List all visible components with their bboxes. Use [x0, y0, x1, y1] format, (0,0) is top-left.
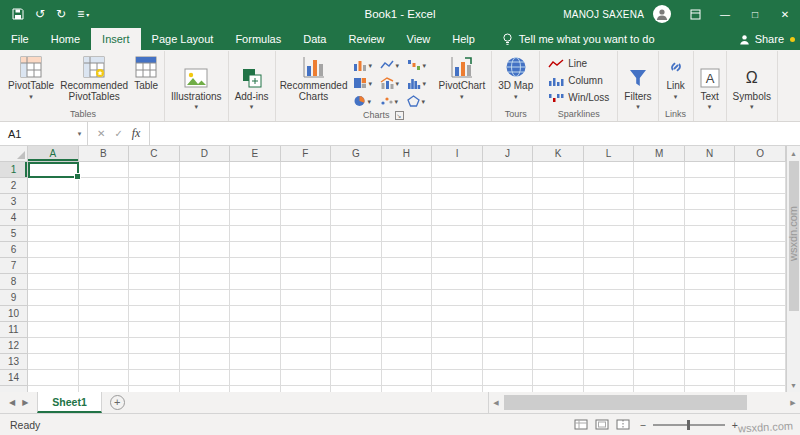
user-name[interactable]: MANOJ SAXENA [563, 9, 644, 20]
column-header-o[interactable]: O [735, 146, 786, 161]
grid-column[interactable] [382, 162, 433, 392]
scroll-right-icon[interactable]: ▶ [786, 399, 800, 407]
grid-column[interactable] [281, 162, 332, 392]
normal-view-icon[interactable] [574, 419, 588, 430]
tab-home[interactable]: Home [40, 28, 91, 50]
zoom-slider[interactable] [653, 424, 725, 426]
horizontal-scrollbar[interactable]: ◀ ▶ [488, 392, 800, 413]
name-box[interactable]: A1 [0, 122, 72, 145]
recommended-pivottables-button[interactable]: Recommended PivotTables [58, 52, 130, 108]
enter-check-icon[interactable]: ✓ [114, 128, 122, 139]
minimize-button[interactable]: — [710, 0, 740, 28]
row-header-3[interactable]: 3 [0, 194, 27, 210]
column-header-j[interactable]: J [483, 146, 534, 161]
page-break-preview-icon[interactable] [616, 419, 630, 430]
tell-me-box[interactable]: Tell me what you want to do [502, 28, 655, 50]
scroll-left-icon[interactable]: ◀ [489, 399, 503, 407]
sheet-nav-right-icon[interactable]: ▶ [22, 398, 28, 407]
insert-column-chart-button[interactable]: ▾ [352, 56, 379, 74]
text-button[interactable]: A Text ▾ [696, 63, 724, 111]
selected-cell-a1[interactable] [28, 162, 79, 178]
grid-column[interactable] [331, 162, 382, 392]
select-all-button[interactable] [0, 146, 28, 161]
tab-formulas[interactable]: Formulas [224, 28, 292, 50]
row-header-2[interactable]: 2 [0, 178, 27, 194]
zoom-out-button[interactable]: − [640, 419, 646, 431]
vertical-scrollbar[interactable]: ▲ ▼ [786, 146, 800, 392]
row-header-4[interactable]: 4 [0, 210, 27, 226]
insert-radar-chart-button[interactable]: ▾ [406, 92, 433, 110]
scroll-up-icon[interactable]: ▲ [790, 146, 797, 160]
table-button[interactable]: Table [130, 52, 162, 108]
close-button[interactable]: ✕ [770, 0, 800, 28]
grid-column[interactable] [432, 162, 483, 392]
column-header-b[interactable]: B [79, 146, 130, 161]
column-header-h[interactable]: H [382, 146, 433, 161]
insert-function-icon[interactable]: fx [132, 126, 141, 141]
grid-column[interactable] [79, 162, 130, 392]
new-sheet-button[interactable]: + [110, 395, 125, 410]
insert-pie-chart-button[interactable]: ▾ [352, 92, 379, 110]
grid-column[interactable] [483, 162, 534, 392]
maximize-button[interactable]: □ [740, 0, 770, 28]
symbols-button[interactable]: Ω Symbols ▾ [729, 63, 775, 111]
grid-column[interactable] [735, 162, 786, 392]
illustrations-button[interactable]: Illustrations ▾ [167, 63, 226, 111]
filters-button[interactable]: Filters ▾ [620, 63, 655, 111]
row-header-13[interactable]: 13 [0, 354, 27, 370]
row-header-7[interactable]: 7 [0, 258, 27, 274]
tab-page-layout[interactable]: Page Layout [141, 28, 225, 50]
customize-quick-access-icon[interactable]: ≡ ▾ [77, 7, 89, 21]
tab-insert[interactable]: Insert [91, 28, 141, 50]
column-header-e[interactable]: E [230, 146, 281, 161]
grid-column[interactable] [180, 162, 231, 392]
sheet-nav-left-icon[interactable]: ◀ [9, 398, 15, 407]
row-header-8[interactable]: 8 [0, 274, 27, 290]
row-header-1[interactable]: 1 [0, 162, 27, 178]
grid-column[interactable] [230, 162, 281, 392]
tab-help[interactable]: Help [441, 28, 486, 50]
redo-icon[interactable]: ↻ [56, 7, 66, 21]
undo-icon[interactable]: ↺ [35, 7, 45, 21]
row-header-9[interactable]: 9 [0, 290, 27, 306]
row-header-14[interactable]: 14 [0, 370, 27, 386]
tab-view[interactable]: View [396, 28, 442, 50]
grid-column[interactable] [533, 162, 584, 392]
formula-input[interactable] [150, 122, 800, 145]
charts-dialog-launcher-icon[interactable]: ↘ [395, 111, 404, 120]
horizontal-scroll-thumb[interactable] [504, 395, 747, 410]
insert-waterfall-chart-button[interactable]: ▾ [406, 56, 433, 74]
column-header-g[interactable]: G [331, 146, 382, 161]
column-header-k[interactable]: K [533, 146, 584, 161]
ribbon-display-options-icon[interactable] [680, 0, 710, 28]
column-header-l[interactable]: L [584, 146, 635, 161]
column-header-d[interactable]: D [180, 146, 231, 161]
pivottable-button[interactable]: PivotTable ▾ [4, 52, 58, 108]
grid-column[interactable] [28, 162, 79, 392]
insert-combo-chart-button[interactable]: ▾ [379, 74, 406, 92]
grid-column[interactable] [584, 162, 635, 392]
insert-line-chart-button[interactable]: ▾ [379, 56, 406, 74]
row-header-11[interactable]: 11 [0, 322, 27, 338]
insert-hierarchy-chart-button[interactable]: ▾ [352, 74, 379, 92]
column-header-f[interactable]: F [281, 146, 332, 161]
name-box-dropdown-icon[interactable]: ▾ [72, 122, 88, 145]
recommended-charts-button[interactable]: Recommended Charts [278, 52, 350, 110]
insert-scatter-chart-button[interactable]: ▾ [379, 92, 406, 110]
column-header-c[interactable]: C [129, 146, 180, 161]
cancel-icon[interactable]: ✕ [97, 128, 105, 139]
sparkline-line-button[interactable]: Line [544, 55, 613, 72]
column-header-m[interactable]: M [634, 146, 685, 161]
grid-column[interactable] [129, 162, 180, 392]
scroll-down-icon[interactable]: ▼ [790, 378, 797, 392]
pivotchart-button[interactable]: PivotChart ▾ [435, 52, 490, 110]
row-header-5[interactable]: 5 [0, 226, 27, 242]
row-header-12[interactable]: 12 [0, 338, 27, 354]
link-button[interactable]: Link ▾ [661, 52, 691, 108]
row-header-6[interactable]: 6 [0, 242, 27, 258]
sparkline-winloss-button[interactable]: Win/Loss [544, 89, 613, 106]
zoom-slider-thumb[interactable] [687, 420, 690, 430]
column-header-n[interactable]: N [685, 146, 736, 161]
page-layout-view-icon[interactable] [595, 419, 609, 430]
grid-column[interactable] [685, 162, 736, 392]
